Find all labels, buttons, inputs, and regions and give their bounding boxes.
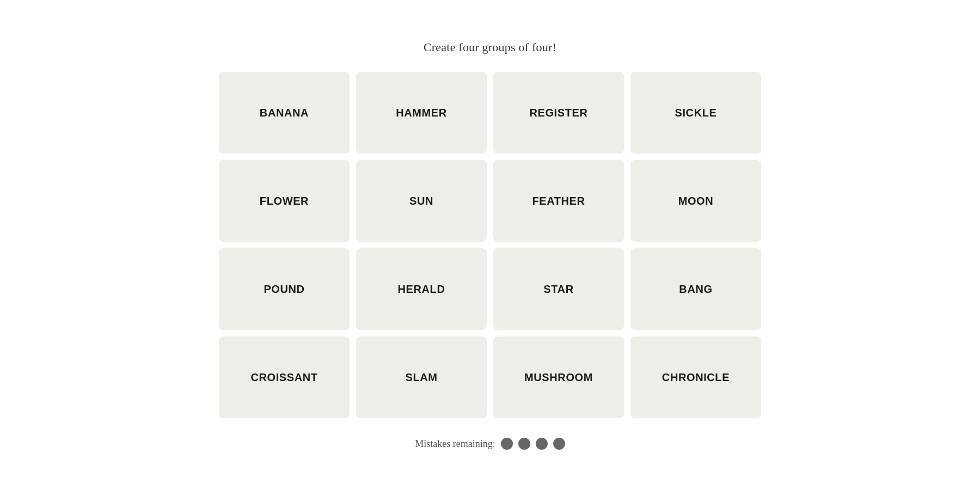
tile-label-bang: BANG	[679, 283, 712, 296]
tile-label-chronicle: CHRONICLE	[662, 371, 730, 384]
tile-star[interactable]: STAR	[493, 248, 624, 330]
word-grid: BANANAHAMMERREGISTERSICKLEFLOWERSUNFEATH…	[219, 72, 761, 418]
tile-label-pound: POUND	[264, 283, 304, 296]
tile-mushroom[interactable]: MUSHROOM	[493, 336, 624, 418]
tile-label-slam: SLAM	[405, 371, 437, 384]
tile-label-sickle: SICKLE	[675, 107, 717, 119]
tile-bang[interactable]: BANG	[630, 248, 761, 330]
mistake-dot-4	[553, 438, 565, 450]
tile-herald[interactable]: HERALD	[356, 248, 487, 330]
mistakes-label: Mistakes remaining:	[415, 438, 495, 450]
tile-label-croissant: CROISSANT	[250, 371, 317, 384]
mistakes-row: Mistakes remaining:	[415, 438, 565, 450]
mistake-dot-2	[518, 438, 530, 450]
tile-banana[interactable]: BANANA	[219, 72, 350, 154]
tile-register[interactable]: REGISTER	[493, 72, 624, 154]
tile-label-sun: SUN	[409, 195, 433, 207]
tile-label-register: REGISTER	[529, 107, 587, 119]
tile-chronicle[interactable]: CHRONICLE	[630, 336, 761, 418]
tile-label-herald: HERALD	[398, 283, 445, 296]
tile-slam[interactable]: SLAM	[356, 336, 487, 418]
tile-croissant[interactable]: CROISSANT	[219, 336, 350, 418]
tile-hammer[interactable]: HAMMER	[356, 72, 487, 154]
tile-moon[interactable]: MOON	[630, 160, 761, 242]
tile-label-mushroom: MUSHROOM	[524, 371, 593, 384]
tile-flower[interactable]: FLOWER	[219, 160, 350, 242]
mistake-dot-3	[536, 438, 548, 450]
tile-pound[interactable]: POUND	[219, 248, 350, 330]
mistake-dot-1	[501, 438, 513, 450]
tile-label-moon: MOON	[678, 195, 714, 207]
tile-feather[interactable]: FEATHER	[493, 160, 624, 242]
tile-sickle[interactable]: SICKLE	[630, 72, 761, 154]
tile-label-star: STAR	[543, 283, 573, 296]
tile-label-flower: FLOWER	[260, 195, 309, 207]
tile-label-banana: BANANA	[260, 107, 309, 119]
game-subtitle: Create four groups of four!	[424, 40, 556, 54]
tile-label-hammer: HAMMER	[396, 107, 447, 119]
tile-label-feather: FEATHER	[532, 195, 585, 207]
tile-sun[interactable]: SUN	[356, 160, 487, 242]
